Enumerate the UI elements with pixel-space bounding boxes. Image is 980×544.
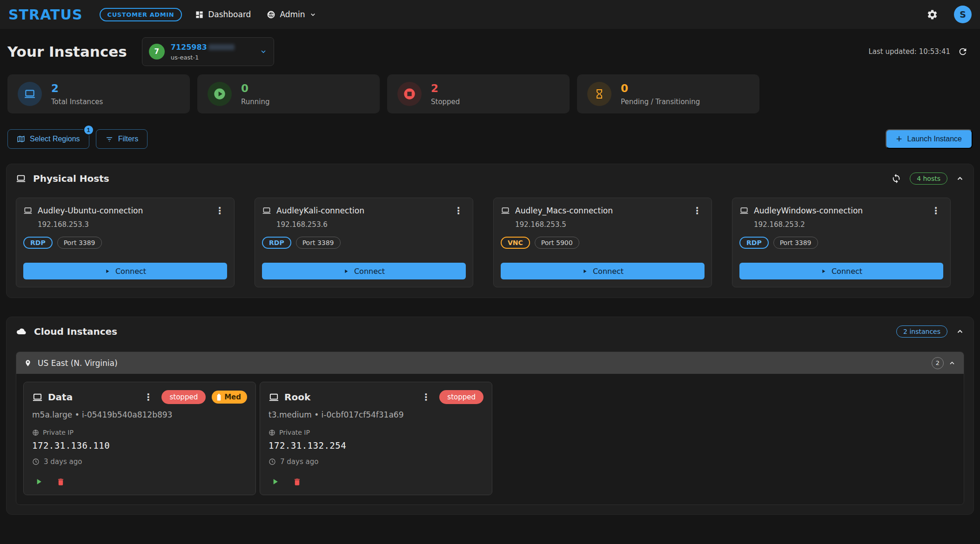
filters-label: Filters <box>118 135 139 143</box>
nav-admin[interactable]: Admin <box>267 10 316 19</box>
connect-button[interactable]: Connect <box>23 263 227 279</box>
chevron-up-icon[interactable] <box>956 327 964 336</box>
laptop-icon <box>501 206 510 215</box>
host-name: AudleyWindows-connection <box>754 206 863 215</box>
stats-row: 2 Total Instances 0 Running 2 Stopped 0 … <box>0 72 980 113</box>
clock-icon <box>268 458 276 465</box>
regions-count-badge: 1 <box>83 125 94 135</box>
instance-type-id: m5a.large • i-05419b540a812b893 <box>32 410 247 419</box>
instance-card: Data ⋮ stopped Med m5a.large • i-05419b5… <box>23 382 256 495</box>
instance-name: Rook <box>284 391 310 403</box>
start-instance-icon[interactable] <box>270 477 280 486</box>
laptop-icon <box>23 206 33 215</box>
map-icon <box>17 135 25 143</box>
delete-instance-icon[interactable] <box>293 478 302 486</box>
refresh-icon[interactable] <box>958 46 968 57</box>
start-instance-icon[interactable] <box>34 477 43 486</box>
sync-icon[interactable] <box>891 173 901 184</box>
host-card: AudleyKali-connection ⋮ 192.168.253.6 RD… <box>255 198 473 287</box>
launch-instance-button[interactable]: + Launch Instance <box>886 129 973 149</box>
host-name: AudleyKali-connection <box>276 206 364 215</box>
play-circle-icon <box>208 82 232 106</box>
port-badge: Port 3389 <box>296 237 341 249</box>
dashboard-grid-icon <box>195 10 204 19</box>
region-header[interactable]: US East (N. Virginia) 2 <box>16 352 964 374</box>
plus-icon: + <box>896 134 902 144</box>
account-id-redacted <box>208 44 235 50</box>
priority-badge: Med <box>212 391 247 404</box>
kebab-menu-icon[interactable]: ⋮ <box>212 205 227 216</box>
network-globe-icon <box>268 429 275 436</box>
kebab-menu-icon[interactable]: ⋮ <box>928 205 943 216</box>
account-avatar: 7 <box>149 44 165 60</box>
instance-name: Data <box>48 391 73 403</box>
kebab-menu-icon[interactable]: ⋮ <box>451 205 466 216</box>
instance-age: 3 days ago <box>44 458 82 466</box>
instance-card: Rook ⋮ stopped t3.medium • i-0cbf017cf54… <box>260 382 492 495</box>
chevron-up-icon[interactable] <box>956 174 964 183</box>
host-card: AudleyWindows-connection ⋮ 192.168.253.2… <box>732 198 951 287</box>
delete-instance-icon[interactable] <box>56 478 65 486</box>
kebab-menu-icon[interactable]: ⋮ <box>418 391 433 403</box>
filters-button[interactable]: Filters <box>96 129 148 149</box>
account-region: us-east-1 <box>171 54 254 61</box>
hosts-count-badge: 4 hosts <box>910 172 947 185</box>
protocol-badge: RDP <box>23 237 53 249</box>
account-selector[interactable]: 7 7125983 us-east-1 <box>142 37 274 66</box>
app-header: STRATUS CUSTOMER ADMIN Dashboard Admin S <box>0 0 980 29</box>
host-ip: 192.168.253.2 <box>754 220 943 229</box>
stat-card-running: 0 Running <box>197 74 380 113</box>
filter-icon <box>105 135 114 143</box>
role-badge: CUSTOMER ADMIN <box>100 8 182 21</box>
stop-circle-icon <box>397 82 422 106</box>
laptop-icon <box>32 392 43 403</box>
overview-row: Your Instances 7 7125983 us-east-1 Last … <box>0 29 980 70</box>
private-ip-label: Private IP <box>43 429 74 436</box>
stat-card-total: 2 Total Instances <box>7 74 190 113</box>
private-ip-value: 172.31.136.110 <box>32 440 247 451</box>
physical-hosts-panel: Physical Hosts 4 hosts Audley-Ubuntu-con… <box>6 164 974 298</box>
region-group: US East (N. Virginia) 2 Data ⋮ stopped <box>16 352 964 505</box>
globe-icon <box>267 10 275 19</box>
play-icon <box>820 268 826 274</box>
clock-icon <box>32 458 40 465</box>
stat-card-stopped: 2 Stopped <box>387 74 570 113</box>
host-ip: 192.168.253.5 <box>515 220 705 229</box>
select-regions-label: Select Regions <box>30 135 80 143</box>
settings-gear-icon[interactable] <box>926 9 938 20</box>
nav-admin-label: Admin <box>280 10 305 19</box>
connect-button[interactable]: Connect <box>262 263 466 279</box>
nav-dashboard-label: Dashboard <box>208 10 251 19</box>
brand-logo: STRATUS <box>8 7 83 23</box>
toolbar: Select Regions 1 Filters + Launch Instan… <box>0 129 980 149</box>
select-regions-button[interactable]: Select Regions 1 <box>7 129 89 149</box>
protocol-badge: RDP <box>262 237 291 249</box>
host-name: Audley_Macs-connection <box>515 206 613 215</box>
battery-icon <box>216 394 222 401</box>
physical-hosts-title: Physical Hosts <box>33 173 109 184</box>
user-avatar[interactable]: S <box>954 6 972 23</box>
instance-type-id: t3.medium • i-0cbf017cf54f31a69 <box>268 410 483 419</box>
chevron-up-icon[interactable] <box>948 359 956 367</box>
connect-button[interactable]: Connect <box>739 263 943 279</box>
play-icon <box>104 268 110 274</box>
status-badge: stopped <box>161 390 206 404</box>
nav-dashboard[interactable]: Dashboard <box>195 10 251 19</box>
account-id: 7125983 <box>171 43 254 52</box>
network-globe-icon <box>32 429 39 436</box>
play-icon <box>343 268 349 274</box>
private-ip-label: Private IP <box>279 429 310 436</box>
host-card: Audley_Macs-connection ⋮ 192.168.253.5 V… <box>493 198 712 287</box>
kebab-menu-icon[interactable]: ⋮ <box>690 205 705 216</box>
port-badge: Port 3389 <box>773 237 818 249</box>
connect-button[interactable]: Connect <box>501 263 705 279</box>
stat-label: Pending / Transitioning <box>621 98 700 106</box>
stat-label: Total Instances <box>51 98 103 106</box>
laptop-icon <box>262 206 271 215</box>
cloud-icon <box>16 326 27 337</box>
host-ip: 192.168.253.3 <box>38 220 227 229</box>
chevron-down-icon <box>260 48 267 55</box>
last-updated-text: Last updated: 10:53:41 <box>868 47 950 56</box>
kebab-menu-icon[interactable]: ⋮ <box>141 391 155 403</box>
private-ip-value: 172.31.132.254 <box>268 440 483 451</box>
